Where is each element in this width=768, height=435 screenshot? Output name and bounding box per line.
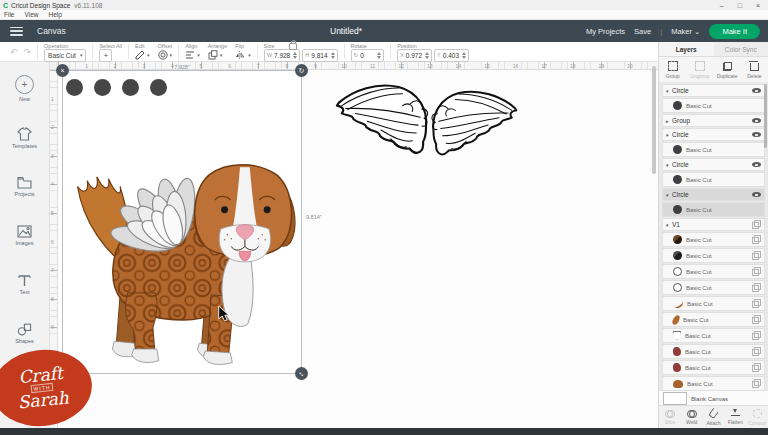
align-dropdown[interactable]: ▾ — [185, 49, 200, 61]
document-title[interactable]: Untitled* — [330, 26, 362, 36]
eye-icon[interactable] — [752, 87, 761, 94]
select-all-button[interactable]: + — [99, 49, 112, 62]
layer-thumbnail — [673, 235, 682, 244]
eye-icon[interactable] — [752, 191, 761, 198]
undo-icon[interactable]: ↶ — [10, 47, 18, 57]
layers-stack-icon[interactable] — [752, 251, 761, 260]
attach-button[interactable]: Attach — [703, 409, 725, 426]
layer-group-row[interactable]: ▸Group — [662, 114, 765, 127]
make-it-button[interactable]: Make It — [709, 24, 760, 39]
slice-button[interactable]: Slice — [659, 410, 681, 425]
contour-button[interactable]: Contour — [746, 409, 768, 426]
circle-shape[interactable] — [94, 79, 111, 96]
menu-file[interactable]: File — [4, 11, 14, 18]
ungroup-button[interactable]: Ungroup — [686, 61, 713, 79]
sidebar-item-new[interactable]: + New — [0, 65, 49, 112]
layer-row[interactable]: Basic Cut — [662, 248, 765, 263]
layer-group-row[interactable]: ▾Circle — [662, 128, 765, 141]
circle-shape[interactable] — [66, 79, 83, 96]
save-link[interactable]: Save — [634, 27, 651, 36]
edit-dropdown[interactable]: ▾ — [135, 49, 150, 61]
weld-button[interactable]: Weld — [681, 410, 703, 425]
stepper-arrows[interactable] — [293, 52, 297, 59]
stepper-arrows[interactable] — [425, 52, 429, 59]
position-x-field[interactable]: X 0.972 — [397, 49, 432, 62]
tab-color-sync[interactable]: Color Sync — [714, 42, 768, 56]
redo-icon[interactable]: ↷ — [24, 47, 32, 57]
layers-stack-icon[interactable] — [752, 315, 761, 324]
operation-dropdown[interactable]: Basic Cut ▾ — [44, 49, 86, 62]
layers-stack-icon[interactable] — [752, 331, 761, 340]
eye-icon[interactable] — [752, 161, 761, 168]
height-field[interactable]: H 9.814 — [302, 49, 337, 62]
position-y-field[interactable]: Y 0.403 — [434, 49, 469, 62]
layer-row[interactable]: Basic Cut — [662, 328, 765, 343]
layers-stack-icon[interactable] — [752, 299, 761, 308]
layer-row[interactable]: Basic Cut — [662, 344, 765, 359]
layer-row[interactable]: Basic Cut — [662, 98, 765, 113]
align-icon — [185, 50, 195, 60]
menu-help[interactable]: Help — [48, 11, 61, 18]
group-button[interactable]: Group — [659, 61, 686, 79]
layers-stack-icon[interactable] — [752, 220, 761, 229]
layer-row[interactable]: Basic Cut — [662, 232, 765, 247]
layers-stack-icon[interactable] — [752, 235, 761, 244]
hamburger-menu-icon[interactable] — [10, 27, 23, 36]
layer-row[interactable]: Basic Cut — [662, 312, 765, 327]
layer-row[interactable]: Basic Cut — [662, 264, 765, 279]
circle-shape[interactable] — [150, 79, 167, 96]
offset-dropdown[interactable]: ▾ — [158, 49, 173, 61]
layer-row[interactable]: Basic Cut — [662, 202, 765, 217]
black-wings-artwork[interactable] — [334, 76, 520, 189]
sidebar-item-templates[interactable]: Templates — [0, 114, 49, 161]
flatten-button[interactable]: Flatten — [724, 409, 746, 425]
layer-row[interactable]: Basic Cut — [662, 280, 765, 295]
layers-stack-icon[interactable] — [752, 347, 761, 356]
canvas-area[interactable]: 1234567891011121314151617181920 12345678… — [50, 62, 658, 428]
delete-handle[interactable]: × — [56, 64, 69, 77]
layers-stack-icon[interactable] — [752, 379, 761, 388]
minimize-icon[interactable]: – — [720, 2, 724, 9]
eye-icon[interactable] — [752, 117, 761, 124]
blank-canvas-swatch[interactable] — [663, 392, 687, 405]
layer-row[interactable]: Basic Cut — [662, 376, 765, 390]
stepper-arrows[interactable] — [377, 52, 381, 59]
layer-row[interactable]: Basic Cut — [662, 296, 765, 311]
layers-stack-icon[interactable] — [752, 363, 761, 372]
arrange-dropdown[interactable]: ▾ — [208, 49, 228, 61]
layer-group-row[interactable]: ▾Circle — [662, 84, 765, 97]
layers-scrollbar[interactable] — [764, 84, 767, 148]
close-icon[interactable]: × — [756, 2, 760, 9]
layer-row[interactable]: Basic Cut — [662, 172, 765, 187]
menu-view[interactable]: View — [24, 11, 38, 18]
sidebar-item-projects[interactable]: Projects — [0, 163, 49, 210]
layer-group-row[interactable]: ▾Circle — [662, 188, 765, 201]
flip-dropdown[interactable]: ▾ — [235, 49, 251, 61]
stepper-arrows[interactable] — [331, 52, 335, 59]
rotate-field[interactable]: ↻ 0 — [351, 49, 385, 62]
rotate-handle[interactable]: ↻ — [295, 64, 308, 77]
blank-canvas-row[interactable]: Blank Canvas — [659, 390, 768, 406]
circle-shape[interactable] — [122, 79, 139, 96]
canvas-scrollbar[interactable] — [652, 66, 656, 174]
tab-layers[interactable]: Layers — [659, 42, 714, 56]
sidebar-item-text[interactable]: Text — [0, 261, 49, 308]
layers-stack-icon[interactable] — [752, 267, 761, 276]
eye-icon[interactable] — [752, 131, 761, 138]
layer-group-row[interactable]: ▾Circle — [662, 158, 765, 171]
duplicate-icon — [723, 62, 732, 71]
lock-icon[interactable] — [289, 43, 297, 50]
delete-button[interactable]: Delete — [741, 61, 768, 79]
stepper-arrows[interactable] — [462, 52, 466, 59]
layer-row[interactable]: Basic Cut — [662, 360, 765, 375]
layer-row[interactable]: Basic Cut — [662, 142, 765, 157]
sidebar-item-images[interactable]: Images — [0, 212, 49, 259]
layer-group-row[interactable]: ▾V1 — [662, 218, 765, 231]
machine-select[interactable]: Maker ⌄ — [671, 27, 700, 36]
maximize-icon[interactable]: □ — [738, 2, 742, 9]
duplicate-button[interactable]: Duplicate — [714, 62, 741, 79]
width-field[interactable]: W 7.928 — [264, 49, 300, 62]
layers-stack-icon[interactable] — [752, 283, 761, 292]
my-projects-link[interactable]: My Projects — [586, 27, 625, 36]
winged-dog-artwork[interactable] — [64, 148, 301, 372]
